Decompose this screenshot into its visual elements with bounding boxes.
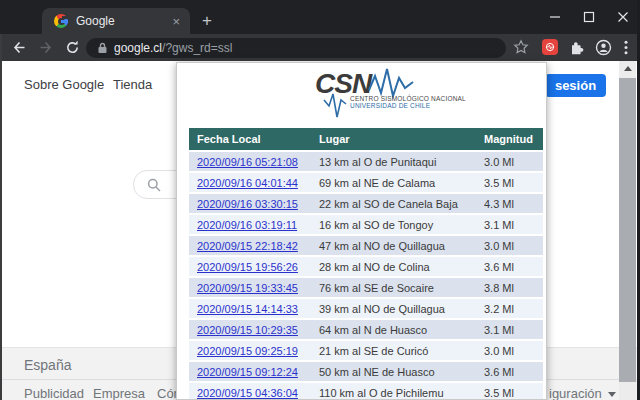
cell-magnitud: 3.1 Ml <box>476 219 543 231</box>
cell-lugar: 76 km al SE de Socaire <box>311 282 476 294</box>
header-fecha-local: Fecha Local <box>189 133 311 145</box>
event-date-link[interactable]: 2020/09/16 04:01:44 <box>197 177 298 189</box>
event-date-link[interactable]: 2020/09/16 03:30:15 <box>197 198 298 210</box>
quake-table-body: 2020/09/16 05:21:08 13 km al O de Punita… <box>189 152 543 400</box>
cell-lugar: 64 km al N de Huasco <box>311 324 476 336</box>
footer-link-empresa[interactable]: Empresa <box>93 386 145 400</box>
cell-lugar: 110 km al O de Pichilemu <box>311 387 476 399</box>
table-row: 2020/09/15 19:33:45 76 km al SE de Socai… <box>189 278 543 297</box>
profile-avatar-icon[interactable] <box>595 39 612 56</box>
cell-fecha: 2020/09/15 09:25:19 <box>189 345 311 357</box>
url-text: google.cl/?gws_rd=ssl <box>114 41 232 55</box>
cell-magnitud: 3.2 Ml <box>476 303 543 315</box>
table-header-row: Fecha Local Lugar Magnitud <box>189 128 543 150</box>
scrollbar-thumb[interactable] <box>619 78 636 382</box>
table-row: 2020/09/15 22:18:42 47 km al NO de Quill… <box>189 236 543 255</box>
cell-fecha: 2020/09/15 14:14:33 <box>189 303 311 315</box>
event-date-link[interactable]: 2020/09/16 05:21:08 <box>197 156 298 168</box>
table-row: 2020/09/16 04:01:44 69 km al NE de Calam… <box>189 173 543 192</box>
table-row: 2020/09/16 05:21:08 13 km al O de Punita… <box>189 152 543 171</box>
cell-fecha: 2020/09/16 05:21:08 <box>189 156 311 168</box>
cell-lugar: 21 km al SE de Curicó <box>311 345 476 357</box>
link-sobre-google[interactable]: Sobre Google <box>24 77 104 92</box>
menu-dots-icon[interactable] <box>624 40 628 55</box>
new-tab-button[interactable]: + <box>198 12 216 30</box>
cell-lugar: 39 km al NO de Quillagua <box>311 303 476 315</box>
csn-logo-line2: UNIVERSIDAD DE CHILE <box>350 102 466 109</box>
csn-logo: CSN CENTRO SISMOLÓGICO NACIONAL UNIVERSI… <box>315 69 495 118</box>
cell-magnitud: 3.6 Ml <box>476 366 543 378</box>
link-tienda[interactable]: Tienda <box>113 77 152 92</box>
table-row: 2020/09/16 03:30:15 22 km al SO de Canel… <box>189 194 543 213</box>
table-row: 2020/09/15 09:25:19 21 km al SE de Curic… <box>189 341 543 360</box>
lock-icon <box>97 42 108 54</box>
cell-lugar: 13 km al O de Punitaqui <box>311 156 476 168</box>
table-row: 2020/09/15 19:56:26 28 km al NO de Colin… <box>189 257 543 276</box>
extensions-puzzle-icon[interactable] <box>569 40 584 55</box>
cell-lugar: 22 km al SO de Canela Baja <box>311 198 476 210</box>
maximize-button[interactable] <box>572 0 606 34</box>
cell-lugar: 50 km al NE de Huasco <box>311 366 476 378</box>
address-bar[interactable]: google.cl/?gws_rd=ssl <box>86 38 506 58</box>
cell-lugar: 47 km al NO de Quillagua <box>311 240 476 252</box>
tab-close-icon[interactable]: × <box>172 14 180 29</box>
back-icon[interactable] <box>10 39 27 56</box>
browser-tab-google[interactable]: Google × <box>42 8 190 34</box>
window-controls <box>538 0 640 34</box>
table-row: 2020/09/15 04:36:04 110 km al O de Pichi… <box>189 383 543 400</box>
footer-country: España <box>24 357 71 373</box>
event-date-link[interactable]: 2020/09/15 19:33:45 <box>197 282 298 294</box>
cell-fecha: 2020/09/15 19:33:45 <box>189 282 311 294</box>
table-row: 2020/09/15 09:12:24 50 km al NE de Huasc… <box>189 362 543 381</box>
csn-extension-icon[interactable] <box>542 39 558 55</box>
cell-magnitud: 3.5 Ml <box>476 177 543 189</box>
tab-title: Google <box>76 14 172 28</box>
event-date-link[interactable]: 2020/09/15 22:18:42 <box>197 240 298 252</box>
earthquake-table: Fecha Local Lugar Magnitud 2020/09/16 05… <box>189 128 543 400</box>
browser-titlebar: Google × + <box>0 0 640 34</box>
event-date-link[interactable]: 2020/09/15 09:12:24 <box>197 366 298 378</box>
event-date-link[interactable]: 2020/09/15 19:56:26 <box>197 261 298 273</box>
event-date-link[interactable]: 2020/09/16 03:19:11 <box>197 219 297 231</box>
google-favicon-icon <box>54 14 68 28</box>
cell-magnitud: 3.5 Ml <box>476 387 543 399</box>
cell-magnitud: 4.3 Ml <box>476 198 543 210</box>
footer-link-publicidad[interactable]: Publicidad <box>24 386 84 400</box>
cell-fecha: 2020/09/15 22:18:42 <box>189 240 311 252</box>
table-row: 2020/09/15 14:14:33 39 km al NO de Quill… <box>189 299 543 318</box>
header-magnitud: Magnitud <box>476 133 543 145</box>
csn-logo-line1: CENTRO SISMOLÓGICO NACIONAL <box>350 95 466 102</box>
cell-magnitud: 3.0 Ml <box>476 156 543 168</box>
table-row: 2020/09/15 10:29:35 64 km al N de Huasco… <box>189 320 543 339</box>
close-window-button[interactable] <box>606 0 640 34</box>
cell-lugar: 16 km al SO de Tongoy <box>311 219 476 231</box>
cell-fecha: 2020/09/15 04:36:04 <box>189 387 311 399</box>
cell-magnitud: 3.8 Ml <box>476 282 543 294</box>
event-date-link[interactable]: 2020/09/15 04:36:04 <box>197 387 298 399</box>
page-scrollbar[interactable] <box>619 61 636 400</box>
forward-icon[interactable] <box>38 39 55 56</box>
event-date-link[interactable]: 2020/09/15 14:14:33 <box>197 303 298 315</box>
cell-fecha: 2020/09/16 03:19:11 <box>189 219 311 231</box>
minimize-button[interactable] <box>538 0 572 34</box>
bookmark-star-icon[interactable] <box>513 39 530 56</box>
cell-magnitud: 3.0 Ml <box>476 240 543 252</box>
window-left-border <box>0 34 2 400</box>
chevron-down-icon <box>608 392 616 397</box>
scrollbar-up-arrow[interactable] <box>619 61 636 76</box>
table-row: 2020/09/16 03:19:11 16 km al SO de Tongo… <box>189 215 543 234</box>
event-date-link[interactable]: 2020/09/15 10:29:35 <box>197 324 298 336</box>
cell-lugar: 69 km al NE de Calama <box>311 177 476 189</box>
signin-button[interactable]: sesión <box>545 74 606 97</box>
search-icon <box>147 178 161 192</box>
cell-lugar: 28 km al NO de Colina <box>311 261 476 273</box>
reload-icon[interactable] <box>64 39 81 56</box>
cell-magnitud: 3.6 Ml <box>476 261 543 273</box>
cell-fecha: 2020/09/15 10:29:35 <box>189 324 311 336</box>
csn-popup: CSN CENTRO SISMOLÓGICO NACIONAL UNIVERSI… <box>176 62 547 400</box>
footer-link-configuracion[interactable]: iguración <box>549 386 616 400</box>
cell-magnitud: 3.1 Ml <box>476 324 543 336</box>
cell-fecha: 2020/09/16 04:01:44 <box>189 177 311 189</box>
event-date-link[interactable]: 2020/09/15 09:25:19 <box>197 345 298 357</box>
cell-fecha: 2020/09/16 03:30:15 <box>189 198 311 210</box>
